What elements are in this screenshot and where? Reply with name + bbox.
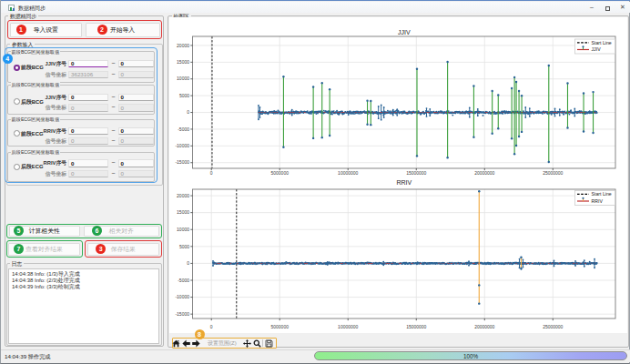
- param-group-2-row1-input1[interactable]: 0: [68, 127, 108, 136]
- save-icon[interactable]: [265, 339, 273, 348]
- save-result-button-label: 保存结果: [111, 245, 136, 254]
- svg-text:10000000: 10000000: [338, 170, 358, 176]
- step-badge-4: 4: [3, 54, 13, 64]
- param-group-3-row1-input2[interactable]: 0: [118, 159, 154, 167]
- param-group-1-radio[interactable]: [14, 98, 20, 105]
- titlebar: 数据精同步 – ✕: [1, 2, 630, 13]
- param-group-3-row1-input1[interactable]: 0: [68, 159, 108, 167]
- import-button-1-label: 开始导入: [110, 25, 135, 35]
- svg-text:20000000: 20000000: [474, 170, 494, 176]
- svg-text:20000: 20000: [177, 193, 189, 198]
- log-group-label: 日志: [10, 260, 25, 268]
- param-group-0-row1-label: JJIV序号: [30, 60, 66, 68]
- statusbar: 14:04:39 操作完成 100%: [1, 349, 630, 362]
- param-group-3-row2-input2[interactable]: 0: [118, 170, 154, 178]
- svg-text:JJIV: JJIV: [592, 46, 602, 52]
- log-line: 14:04:38 Info: (2/3)处理完成: [12, 278, 158, 284]
- set-range-button[interactable]: 设置范围(Z): [208, 338, 237, 349]
- param-group-1-row2-label: 信号坐标: [30, 104, 66, 112]
- param-group-1-row1-tilde: ~: [110, 93, 117, 102]
- home-icon[interactable]: [172, 339, 180, 348]
- param-group-0-title: 前段BCG区间坐标取值: [11, 49, 61, 56]
- step-badge-1: 1: [16, 25, 26, 35]
- param-group-2-row2-input2[interactable]: 0: [118, 137, 154, 146]
- param-group-1-title: 后段BCG区间坐标取值: [11, 82, 61, 88]
- app-window: 数据精同步 – ✕ 数据精同步 导入设置 开始导入 1 2 参数输入 4 前段B…: [0, 0, 630, 364]
- svg-text:5000: 5000: [179, 244, 189, 249]
- svg-text:10000000: 10000000: [338, 324, 358, 329]
- svg-text:Start Line: Start Line: [592, 40, 612, 46]
- window-accent-line: [1, 0, 630, 1]
- svg-text:15000000: 15000000: [406, 324, 426, 329]
- svg-text:10000: 10000: [177, 76, 189, 81]
- param-group-2-title: 前段ECG区间坐标取值: [11, 116, 61, 123]
- progress-label: 100%: [315, 353, 626, 359]
- param-group-1-row1-input1[interactable]: 0: [68, 94, 108, 102]
- window-title: 数据精同步: [18, 4, 46, 13]
- svg-text:10000: 10000: [177, 227, 189, 232]
- param-group-2-row2-tilde: ~: [110, 136, 117, 146]
- svg-text:0: 0: [210, 170, 213, 176]
- param-group-2-radio[interactable]: [14, 130, 20, 136]
- svg-text:20000000: 20000000: [474, 324, 494, 329]
- calc-corr-button-label: 计算相关性: [29, 227, 60, 236]
- svg-text:-15000: -15000: [175, 311, 189, 317]
- svg-text:JJIV: JJIV: [398, 29, 411, 35]
- forward-icon[interactable]: [192, 339, 200, 348]
- svg-text:-10000: -10000: [175, 143, 189, 148]
- param-group-3-row2-input1[interactable]: 0: [68, 170, 108, 178]
- param-group-2-row2-label: 信号坐标: [30, 137, 66, 146]
- param-group-0-radio[interactable]: [14, 65, 20, 71]
- svg-text:0: 0: [210, 324, 213, 329]
- param-group-1-row2-input1[interactable]: 0: [68, 104, 108, 112]
- svg-text:-5000: -5000: [178, 278, 189, 283]
- progress-bar: 100%: [314, 351, 627, 360]
- svg-text:20000: 20000: [177, 43, 189, 48]
- svg-text:15000: 15000: [177, 209, 189, 215]
- step-badge-action-1: 6: [92, 226, 102, 236]
- svg-text:0: 0: [187, 109, 189, 115]
- log-line: 14:04:39 Info: (3/3)绘制完成: [12, 284, 158, 290]
- svg-text:Start Line: Start Line: [592, 191, 612, 197]
- step-badge-action-2: 7: [14, 244, 24, 254]
- app-icon: [8, 5, 15, 11]
- corr-align-button-label: 相关对齐: [109, 227, 134, 236]
- step-badge-2: 2: [97, 25, 107, 35]
- param-group-2-row2-input1[interactable]: 0: [68, 137, 108, 146]
- svg-text:-5000: -5000: [178, 126, 189, 132]
- param-group-2-row1-tilde: ~: [110, 126, 117, 136]
- minimize-button[interactable]: –: [585, 2, 598, 13]
- import-button-1[interactable]: 开始导入: [86, 23, 160, 37]
- toolbar-separator: [262, 339, 263, 347]
- param-group-0-row1-input1[interactable]: 0: [68, 60, 108, 68]
- param-group-3-row2-tilde: ~: [110, 169, 117, 178]
- param-group-3-row1-label: RRIV序号: [30, 159, 66, 167]
- param-group-1-row1-label: JJIV序号: [30, 94, 66, 102]
- param-group-3-row2-label: 信号坐标: [30, 170, 66, 178]
- param-group-1-row1-input2[interactable]: 0: [118, 94, 154, 102]
- param-group-1-row2-input2[interactable]: 0: [118, 104, 154, 112]
- figure-canvas[interactable]: 0500000010000000150000002000000025000000…: [169, 17, 627, 333]
- svg-text:-15000: -15000: [175, 159, 189, 165]
- maximize-button[interactable]: [605, 6, 610, 11]
- param-group-0-row2-input2[interactable]: 0: [118, 71, 154, 79]
- import-button-0-label: 导入设置: [34, 25, 58, 35]
- log-textarea[interactable]: 14:04:38 Info: (1/3)导入完成 14:04:38 Info: …: [8, 268, 159, 344]
- param-group-3-radio[interactable]: [14, 164, 20, 170]
- close-button[interactable]: ✕: [616, 2, 629, 13]
- param-group-3-row1-tilde: ~: [110, 158, 117, 167]
- param-group-0-row1-input2[interactable]: 0: [118, 60, 154, 68]
- zoom-icon[interactable]: [253, 339, 261, 348]
- param-group-2-row1-input2[interactable]: 0: [118, 127, 154, 136]
- param-group-3-title: 后段ECG区间坐标取值: [11, 149, 61, 156]
- svg-text:25000000: 25000000: [543, 170, 563, 176]
- left-panel-group-label: 数据精同步: [8, 13, 38, 20]
- log-line: 14:04:38 Info: (1/3)导入完成: [12, 271, 158, 278]
- pan-icon[interactable]: [243, 339, 251, 348]
- param-group-1-row2-tilde: ~: [110, 103, 117, 112]
- status-text: 14:04:39 操作完成: [5, 353, 51, 361]
- back-icon[interactable]: [182, 339, 190, 348]
- svg-text:25000000: 25000000: [543, 324, 563, 329]
- svg-text:5000: 5000: [179, 93, 189, 98]
- param-group-0-row2-input1[interactable]: 3623106: [68, 71, 108, 79]
